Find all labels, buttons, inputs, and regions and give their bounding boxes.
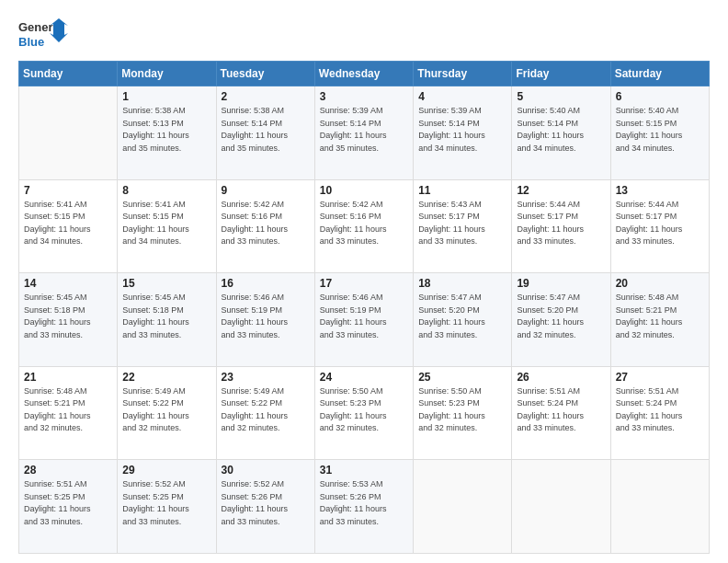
calendar-cell: 8Sunrise: 5:41 AM Sunset: 5:15 PM Daylig… xyxy=(118,179,216,273)
day-info: Sunrise: 5:50 AM Sunset: 5:23 PM Dayligh… xyxy=(418,385,506,435)
calendar-cell xyxy=(19,86,118,180)
day-number: 3 xyxy=(320,90,408,103)
day-info: Sunrise: 5:47 AM Sunset: 5:20 PM Dayligh… xyxy=(418,292,506,341)
calendar-cell: 22Sunrise: 5:49 AM Sunset: 5:22 PM Dayli… xyxy=(118,366,216,460)
day-info: Sunrise: 5:53 AM Sunset: 5:26 PM Dayligh… xyxy=(320,478,408,528)
calendar-cell: 3Sunrise: 5:39 AM Sunset: 5:14 PM Daylig… xyxy=(314,86,413,180)
day-info: Sunrise: 5:43 AM Sunset: 5:17 PM Dayligh… xyxy=(418,199,506,248)
day-info: Sunrise: 5:42 AM Sunset: 5:16 PM Dayligh… xyxy=(222,199,310,248)
calendar-cell: 30Sunrise: 5:52 AM Sunset: 5:26 PM Dayli… xyxy=(216,460,314,554)
day-number: 30 xyxy=(222,464,310,477)
calendar-day-header: Saturday xyxy=(610,62,709,86)
day-number: 31 xyxy=(320,464,408,477)
day-info: Sunrise: 5:42 AM Sunset: 5:16 PM Dayligh… xyxy=(320,199,408,248)
calendar-cell: 17Sunrise: 5:46 AM Sunset: 5:19 PM Dayli… xyxy=(314,273,413,367)
calendar-cell: 23Sunrise: 5:49 AM Sunset: 5:22 PM Dayli… xyxy=(216,366,314,460)
calendar-cell: 27Sunrise: 5:51 AM Sunset: 5:24 PM Dayli… xyxy=(610,366,709,460)
day-number: 12 xyxy=(517,184,605,197)
day-info: Sunrise: 5:49 AM Sunset: 5:22 PM Dayligh… xyxy=(222,385,310,435)
day-number: 15 xyxy=(122,277,210,290)
day-info: Sunrise: 5:39 AM Sunset: 5:14 PM Dayligh… xyxy=(320,105,408,155)
calendar-cell: 13Sunrise: 5:44 AM Sunset: 5:17 PM Dayli… xyxy=(610,179,709,273)
calendar-cell xyxy=(414,460,512,554)
day-info: Sunrise: 5:45 AM Sunset: 5:18 PM Dayligh… xyxy=(122,292,210,341)
day-number: 17 xyxy=(320,277,408,290)
calendar-week-row: 1Sunrise: 5:38 AM Sunset: 5:13 PM Daylig… xyxy=(19,86,710,180)
day-number: 7 xyxy=(24,184,112,197)
day-number: 22 xyxy=(122,371,210,384)
calendar-cell: 25Sunrise: 5:50 AM Sunset: 5:23 PM Dayli… xyxy=(414,366,512,460)
calendar-cell: 18Sunrise: 5:47 AM Sunset: 5:20 PM Dayli… xyxy=(414,273,512,367)
day-info: Sunrise: 5:48 AM Sunset: 5:21 PM Dayligh… xyxy=(616,292,704,341)
day-number: 1 xyxy=(122,90,210,103)
calendar-day-header: Friday xyxy=(512,62,610,86)
calendar-cell: 20Sunrise: 5:48 AM Sunset: 5:21 PM Dayli… xyxy=(610,273,709,367)
day-info: Sunrise: 5:49 AM Sunset: 5:22 PM Dayligh… xyxy=(122,385,210,435)
day-number: 28 xyxy=(24,464,112,477)
day-number: 2 xyxy=(222,90,310,103)
calendar-cell: 14Sunrise: 5:45 AM Sunset: 5:18 PM Dayli… xyxy=(19,273,118,367)
day-info: Sunrise: 5:38 AM Sunset: 5:13 PM Dayligh… xyxy=(122,105,210,155)
calendar-cell: 24Sunrise: 5:50 AM Sunset: 5:23 PM Dayli… xyxy=(314,366,413,460)
day-info: Sunrise: 5:51 AM Sunset: 5:24 PM Dayligh… xyxy=(517,385,605,435)
day-info: Sunrise: 5:44 AM Sunset: 5:17 PM Dayligh… xyxy=(517,199,605,248)
day-number: 9 xyxy=(222,184,310,197)
day-number: 24 xyxy=(320,371,408,384)
calendar-cell: 15Sunrise: 5:45 AM Sunset: 5:18 PM Dayli… xyxy=(118,273,216,367)
calendar-cell: 26Sunrise: 5:51 AM Sunset: 5:24 PM Dayli… xyxy=(512,366,610,460)
calendar-day-header: Sunday xyxy=(19,62,118,86)
calendar-cell: 4Sunrise: 5:39 AM Sunset: 5:14 PM Daylig… xyxy=(414,86,512,180)
calendar-cell xyxy=(610,460,709,554)
day-number: 4 xyxy=(418,90,506,103)
calendar-cell: 28Sunrise: 5:51 AM Sunset: 5:25 PM Dayli… xyxy=(19,460,118,554)
calendar-cell: 2Sunrise: 5:38 AM Sunset: 5:14 PM Daylig… xyxy=(216,86,314,180)
calendar-day-header: Tuesday xyxy=(216,62,314,86)
calendar-cell: 6Sunrise: 5:40 AM Sunset: 5:15 PM Daylig… xyxy=(610,86,709,180)
calendar-week-row: 7Sunrise: 5:41 AM Sunset: 5:15 PM Daylig… xyxy=(19,179,710,273)
day-info: Sunrise: 5:46 AM Sunset: 5:19 PM Dayligh… xyxy=(320,292,408,341)
day-number: 25 xyxy=(418,371,506,384)
day-info: Sunrise: 5:41 AM Sunset: 5:15 PM Dayligh… xyxy=(122,199,210,248)
calendar-cell: 1Sunrise: 5:38 AM Sunset: 5:13 PM Daylig… xyxy=(118,86,216,180)
calendar-day-header: Thursday xyxy=(414,62,512,86)
day-info: Sunrise: 5:39 AM Sunset: 5:14 PM Dayligh… xyxy=(418,105,506,155)
day-number: 21 xyxy=(24,371,112,384)
day-info: Sunrise: 5:48 AM Sunset: 5:21 PM Dayligh… xyxy=(24,385,112,435)
day-number: 19 xyxy=(517,277,605,290)
calendar-day-header: Monday xyxy=(118,62,216,86)
calendar-cell: 16Sunrise: 5:46 AM Sunset: 5:19 PM Dayli… xyxy=(216,273,314,367)
page: GeneralBlue SundayMondayTuesdayWednesday… xyxy=(0,0,728,563)
day-info: Sunrise: 5:44 AM Sunset: 5:17 PM Dayligh… xyxy=(616,199,704,248)
calendar-week-row: 28Sunrise: 5:51 AM Sunset: 5:25 PM Dayli… xyxy=(19,460,710,554)
day-info: Sunrise: 5:52 AM Sunset: 5:25 PM Dayligh… xyxy=(122,478,210,528)
day-number: 27 xyxy=(616,371,704,384)
calendar-cell: 7Sunrise: 5:41 AM Sunset: 5:15 PM Daylig… xyxy=(19,179,118,273)
logo-svg: GeneralBlue xyxy=(18,17,69,52)
calendar-cell: 9Sunrise: 5:42 AM Sunset: 5:16 PM Daylig… xyxy=(216,179,314,273)
day-info: Sunrise: 5:51 AM Sunset: 5:25 PM Dayligh… xyxy=(24,478,112,528)
day-info: Sunrise: 5:50 AM Sunset: 5:23 PM Dayligh… xyxy=(320,385,408,435)
day-number: 29 xyxy=(122,464,210,477)
calendar-header-row: SundayMondayTuesdayWednesdayThursdayFrid… xyxy=(19,62,710,86)
calendar-cell: 31Sunrise: 5:53 AM Sunset: 5:26 PM Dayli… xyxy=(314,460,413,554)
calendar-cell: 5Sunrise: 5:40 AM Sunset: 5:14 PM Daylig… xyxy=(512,86,610,180)
day-number: 14 xyxy=(24,277,112,290)
calendar-cell: 19Sunrise: 5:47 AM Sunset: 5:20 PM Dayli… xyxy=(512,273,610,367)
calendar-cell: 11Sunrise: 5:43 AM Sunset: 5:17 PM Dayli… xyxy=(414,179,512,273)
day-info: Sunrise: 5:46 AM Sunset: 5:19 PM Dayligh… xyxy=(222,292,310,341)
day-number: 5 xyxy=(517,90,605,103)
day-number: 20 xyxy=(616,277,704,290)
day-number: 13 xyxy=(616,184,704,197)
day-number: 6 xyxy=(616,90,704,103)
calendar-table: SundayMondayTuesdayWednesdayThursdayFrid… xyxy=(18,61,710,554)
calendar-cell: 10Sunrise: 5:42 AM Sunset: 5:16 PM Dayli… xyxy=(314,179,413,273)
day-number: 26 xyxy=(517,371,605,384)
day-info: Sunrise: 5:40 AM Sunset: 5:14 PM Dayligh… xyxy=(517,105,605,155)
calendar-cell: 21Sunrise: 5:48 AM Sunset: 5:21 PM Dayli… xyxy=(19,366,118,460)
day-info: Sunrise: 5:52 AM Sunset: 5:26 PM Dayligh… xyxy=(222,478,310,528)
day-info: Sunrise: 5:38 AM Sunset: 5:14 PM Dayligh… xyxy=(222,105,310,155)
calendar-cell: 12Sunrise: 5:44 AM Sunset: 5:17 PM Dayli… xyxy=(512,179,610,273)
calendar-week-row: 14Sunrise: 5:45 AM Sunset: 5:18 PM Dayli… xyxy=(19,273,710,367)
calendar-day-header: Wednesday xyxy=(314,62,413,86)
calendar-week-row: 21Sunrise: 5:48 AM Sunset: 5:21 PM Dayli… xyxy=(19,366,710,460)
